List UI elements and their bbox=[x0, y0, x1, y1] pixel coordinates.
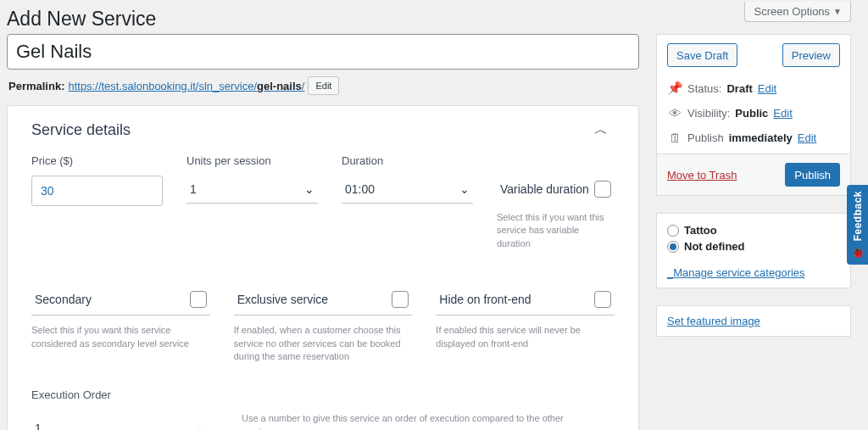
permalink-row: Permalink: https://test.salonbooking.it/… bbox=[8, 76, 637, 95]
category-option-not-defined[interactable]: Not defined bbox=[667, 238, 840, 254]
pin-icon: 📌 bbox=[667, 81, 682, 96]
status-value: Draft bbox=[726, 82, 752, 95]
units-label: Units per session bbox=[186, 154, 318, 167]
manage-categories-link[interactable]: _Manage service categories bbox=[667, 266, 840, 279]
hide-hint: If enabled this service will never be di… bbox=[436, 324, 615, 350]
service-details-heading: Service details bbox=[31, 121, 131, 139]
publish-edit-link[interactable]: Edit bbox=[798, 131, 816, 144]
visibility-label: Visibility: bbox=[687, 107, 730, 120]
status-label: Status: bbox=[687, 82, 721, 95]
exec-order-label: Execution Order bbox=[31, 388, 218, 401]
radio-icon bbox=[667, 225, 679, 237]
feedback-tab[interactable]: Feedback 🐞 bbox=[847, 185, 868, 265]
featured-image-meta-box: Set featured image bbox=[656, 305, 851, 337]
category-option-tattoo[interactable]: Tattoo bbox=[667, 222, 840, 238]
publish-meta-box: Save Draft Preview 📌 Status: Draft Edit … bbox=[656, 34, 851, 196]
chevron-down-icon: ⌄ bbox=[304, 182, 314, 196]
chevron-up-icon[interactable]: ︿ bbox=[594, 121, 615, 139]
calendar-icon: 🗓 bbox=[667, 131, 682, 145]
service-details-panel: Service details ︿ Price ($) Units per se… bbox=[7, 105, 639, 430]
caret-down-icon: ▼ bbox=[833, 7, 842, 16]
price-input[interactable] bbox=[31, 176, 163, 206]
visibility-value: Public bbox=[735, 107, 768, 120]
visibility-edit-link[interactable]: Edit bbox=[773, 107, 792, 120]
page-title: Add New Service bbox=[7, 0, 156, 34]
exec-order-hint1: Use a number to give this service an ord… bbox=[242, 412, 564, 430]
hide-label: Hide on front-end bbox=[439, 293, 531, 306]
title-input[interactable] bbox=[7, 34, 639, 70]
permalink-edit-button[interactable]: Edit bbox=[308, 76, 339, 95]
save-draft-button[interactable]: Save Draft bbox=[667, 43, 737, 67]
permalink-link[interactable]: https://test.salonbooking.it/sln_service… bbox=[68, 80, 304, 92]
status-edit-link[interactable]: Edit bbox=[758, 82, 776, 95]
screen-options-toggle[interactable]: Screen Options ▼ bbox=[744, 2, 851, 22]
secondary-label: Secondary bbox=[35, 293, 92, 306]
units-select[interactable]: 1 ⌄ bbox=[186, 176, 318, 204]
move-to-trash-link[interactable]: Move to Trash bbox=[667, 169, 737, 181]
categories-meta-box: Tattoo Not defined _Manage service categ… bbox=[656, 213, 851, 288]
price-label: Price ($) bbox=[31, 154, 163, 167]
variable-duration-hint: Select this if you want this service has… bbox=[497, 211, 615, 250]
secondary-hint: Select this if you want this service con… bbox=[31, 324, 210, 350]
exec-order-select[interactable]: 1 ⌄ bbox=[31, 415, 209, 430]
chevron-down-icon: ⌄ bbox=[459, 182, 470, 196]
duration-select[interactable]: 01:00 ⌄ bbox=[342, 176, 473, 204]
bug-icon: 🐞 bbox=[851, 246, 865, 259]
publish-label: Publish bbox=[687, 131, 724, 144]
exclusive-checkbox[interactable] bbox=[392, 291, 409, 308]
exclusive-hint: If enabled, when a customer choose this … bbox=[234, 324, 413, 363]
chevron-down-icon: ⌄ bbox=[196, 422, 206, 430]
variable-duration-label: Variable duration bbox=[500, 182, 589, 196]
eye-icon: 👁 bbox=[667, 106, 682, 120]
publish-value: immediately bbox=[729, 131, 793, 144]
permalink-label: Permalink: bbox=[8, 80, 64, 92]
preview-button[interactable]: Preview bbox=[782, 43, 840, 67]
secondary-checkbox[interactable] bbox=[190, 291, 207, 308]
screen-options-label: Screen Options bbox=[754, 5, 830, 18]
set-featured-image-link[interactable]: Set featured image bbox=[667, 315, 760, 327]
feedback-label: Feedback bbox=[852, 191, 864, 241]
exclusive-label: Exclusive service bbox=[237, 293, 328, 306]
radio-checked-icon bbox=[667, 241, 679, 253]
variable-duration-checkbox[interactable] bbox=[594, 181, 611, 198]
duration-label: Duration bbox=[342, 154, 473, 167]
hide-checkbox[interactable] bbox=[594, 291, 611, 308]
publish-button[interactable]: Publish bbox=[785, 163, 840, 187]
